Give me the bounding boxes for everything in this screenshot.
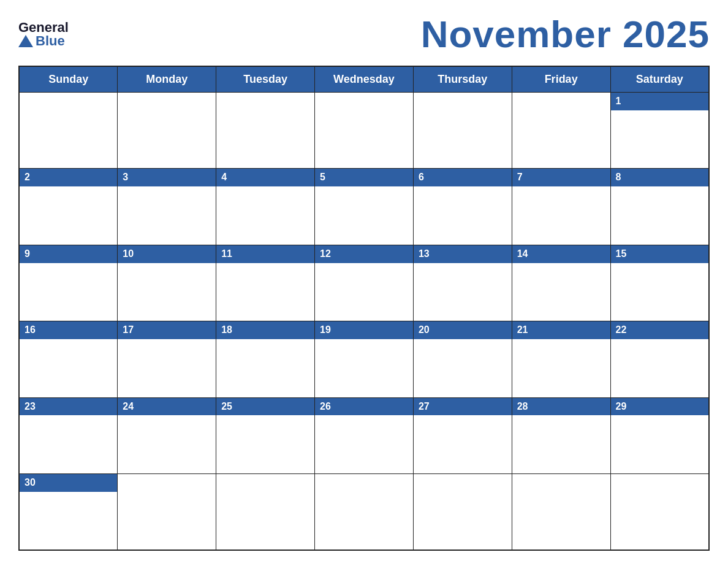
calendar-cell: 28	[512, 397, 610, 473]
col-friday: Friday	[512, 66, 610, 93]
cell-inner: 20	[414, 321, 512, 397]
day-content	[20, 186, 117, 245]
calendar-header-row: Sunday Monday Tuesday Wednesday Thursday…	[19, 66, 709, 93]
day-content	[118, 339, 216, 397]
cell-inner: 21	[512, 321, 610, 397]
day-content	[611, 110, 708, 169]
cell-inner: 25	[216, 398, 314, 473]
cell-inner: 7	[512, 169, 610, 244]
calendar-cell: 7	[512, 169, 610, 245]
cell-inner: 26	[315, 398, 413, 473]
calendar-cell: 25	[216, 397, 315, 473]
empty-cell	[414, 474, 512, 550]
day-content	[611, 415, 708, 473]
day-number: 16	[20, 321, 117, 339]
cell-inner: 9	[20, 245, 117, 321]
day-content	[118, 186, 216, 245]
cell-inner: 10	[118, 245, 216, 321]
empty-cell	[315, 93, 413, 168]
calendar-cell: 30	[19, 474, 118, 550]
col-monday: Monday	[118, 66, 216, 93]
calendar-cell	[118, 474, 216, 550]
calendar-cell: 13	[413, 245, 512, 321]
day-number: 2	[20, 169, 117, 186]
logo-general-text: General	[18, 21, 69, 34]
day-number: 7	[512, 169, 610, 186]
cell-inner: 16	[20, 321, 117, 397]
calendar-cell: 5	[315, 169, 414, 245]
day-content	[512, 186, 610, 245]
calendar-cell	[413, 93, 512, 169]
cell-inner: 8	[611, 169, 708, 244]
day-content	[512, 263, 610, 321]
calendar-cell: 14	[512, 245, 610, 321]
day-number: 20	[414, 321, 512, 339]
day-content	[315, 415, 413, 473]
day-content	[216, 186, 314, 245]
logo: General Blue	[18, 21, 69, 48]
cell-inner: 17	[118, 321, 216, 397]
calendar-week-row: 1	[19, 93, 709, 169]
calendar-cell	[216, 474, 315, 550]
day-number: 17	[118, 321, 216, 339]
cell-inner: 5	[315, 169, 413, 244]
calendar-cell: 9	[19, 245, 118, 321]
empty-cell	[118, 93, 216, 168]
day-content	[315, 186, 413, 245]
day-number: 4	[216, 169, 314, 186]
calendar-week-row: 9 10 11 12 13	[19, 245, 709, 321]
day-number: 29	[611, 398, 708, 416]
calendar-cell	[413, 474, 512, 550]
cell-inner: 19	[315, 321, 413, 397]
day-content	[611, 339, 708, 397]
calendar-cell: 22	[610, 321, 709, 397]
empty-cell	[20, 93, 117, 168]
calendar-table: Sunday Monday Tuesday Wednesday Thursday…	[18, 66, 710, 551]
day-number: 9	[20, 245, 117, 263]
calendar-cell: 19	[315, 321, 414, 397]
calendar-cell	[315, 474, 414, 550]
day-number: 23	[20, 398, 117, 416]
empty-cell	[118, 474, 216, 550]
day-number: 5	[315, 169, 413, 186]
day-number: 15	[611, 245, 708, 263]
col-saturday: Saturday	[610, 66, 709, 93]
day-content	[414, 186, 512, 245]
col-tuesday: Tuesday	[216, 66, 315, 93]
day-number: 3	[118, 169, 216, 186]
cell-inner: 15	[611, 245, 708, 321]
day-content	[118, 263, 216, 321]
day-content	[512, 415, 610, 473]
calendar-week-row: 16 17 18 19 20	[19, 321, 709, 397]
calendar-cell	[610, 474, 709, 550]
calendar-week-row: 30	[19, 474, 709, 550]
calendar-cell: 26	[315, 397, 414, 473]
empty-cell	[512, 474, 610, 550]
col-thursday: Thursday	[413, 66, 512, 93]
cell-inner: 13	[414, 245, 512, 321]
cell-inner: 18	[216, 321, 314, 397]
day-content	[118, 415, 216, 473]
day-number: 28	[512, 398, 610, 416]
day-content	[315, 263, 413, 321]
day-content	[611, 263, 708, 321]
day-number: 6	[414, 169, 512, 186]
calendar-cell: 20	[413, 321, 512, 397]
empty-cell	[512, 93, 610, 168]
day-content	[216, 339, 314, 397]
day-content	[20, 492, 117, 550]
empty-cell	[414, 93, 512, 168]
calendar-cell: 15	[610, 245, 709, 321]
empty-cell	[611, 474, 708, 550]
calendar-cell: 16	[19, 321, 118, 397]
logo-blue-text: Blue	[36, 34, 65, 48]
cell-inner: 3	[118, 169, 216, 244]
cell-inner: 11	[216, 245, 314, 321]
calendar-cell: 18	[216, 321, 315, 397]
calendar-cell: 11	[216, 245, 315, 321]
day-number: 22	[611, 321, 708, 339]
calendar-cell: 27	[413, 397, 512, 473]
cell-inner: 24	[118, 398, 216, 473]
day-number: 21	[512, 321, 610, 339]
day-content	[20, 263, 117, 321]
